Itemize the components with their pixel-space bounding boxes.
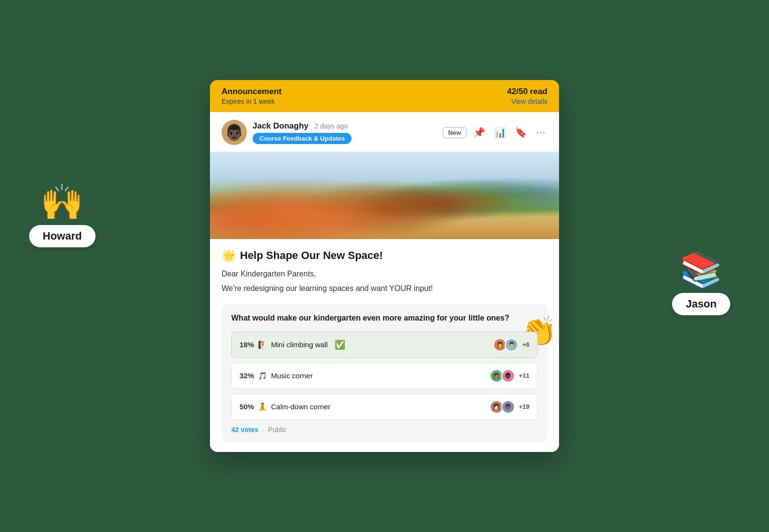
poll-option-3-label: 50% 🧘 Calm-down corner: [240, 403, 331, 411]
total-votes: 42 votes: [231, 426, 258, 434]
announcement-expires: Expires in 1 week: [222, 97, 282, 105]
poll-option-1-label: 18% 🧗 Mini climbing wall ✅: [240, 339, 345, 350]
voter-count-2: +11: [519, 372, 529, 379]
poll-option-2-emoji: 🎵: [258, 371, 267, 380]
post-author: 👨🏿 Jack Donaghy 2 days ago Course Feedba…: [222, 120, 352, 145]
author-name-line: Jack Donaghy 2 days ago: [253, 121, 352, 131]
announcement-right: 42/50 read View details: [507, 87, 547, 105]
howard-decoration: 🙌 Howard: [29, 184, 96, 247]
howard-name-badge: Howard: [29, 225, 96, 247]
jason-name-badge: Jason: [672, 293, 730, 315]
poll-option-3-emoji: 🧘: [258, 403, 267, 411]
more-icon[interactable]: ⋯: [534, 125, 547, 140]
poll-option-3-voters: 👩🏻 👨🏾 +19: [490, 400, 529, 414]
post-headline: 🌟 Help Shape Our New Space!: [222, 249, 547, 262]
pin-icon[interactable]: 📌: [471, 125, 487, 140]
post-content: 🌟 Help Shape Our New Space! Dear Kinderg…: [210, 239, 559, 451]
poll-option-1-voters: 👩 👨 +6: [493, 338, 529, 352]
poll-container: 👏 Lily What would make our kindergarten …: [222, 304, 547, 442]
main-post-card: Announcement Expires in 1 week 42/50 rea…: [210, 80, 559, 451]
post-header: 👨🏿 Jack Donaghy 2 days ago Course Feedba…: [210, 112, 559, 152]
poll-footer: 42 votes · Public: [231, 426, 538, 434]
poll-option-2-text: Music corner: [271, 371, 313, 380]
post-body-line2: We're redesigning our learning spaces an…: [222, 283, 547, 294]
chart-icon[interactable]: 📊: [492, 125, 508, 140]
books-icon: 📚: [679, 252, 723, 287]
voter-avatar-4: 👨🏿: [501, 369, 515, 383]
library-image: [210, 152, 559, 239]
hands-up-icon: 🙌: [40, 184, 84, 219]
voter-count-3: +19: [519, 403, 529, 410]
announcement-left: Announcement Expires in 1 week: [222, 87, 282, 105]
announcement-title: Announcement: [222, 87, 282, 97]
post-time: 2 days ago: [315, 122, 348, 130]
post-actions: New 📌 📊 🔖 ⋯: [443, 125, 547, 140]
poll-option-1-text: Mini climbing wall: [271, 340, 328, 349]
poll-option-3[interactable]: 50% 🧘 Calm-down corner 👩🏻 👨🏾 +19: [231, 394, 538, 420]
post-tag[interactable]: Course Feedback & Updates: [253, 133, 352, 144]
poll-option-1[interactable]: 18% 🧗 Mini climbing wall ✅ 👩 👨 +6: [231, 332, 538, 358]
headline-text: Help Shape Our New Space!: [240, 249, 383, 262]
author-info: Jack Donaghy 2 days ago Course Feedback …: [253, 121, 352, 144]
headline-emoji: 🌟: [222, 249, 236, 262]
poll-option-3-percent: 50%: [240, 403, 254, 411]
voter-count-1: +6: [522, 341, 529, 348]
poll-option-2-voters: 👩🏽 👨🏿 +11: [490, 369, 529, 383]
poll-question: What would make our kindergarten even mo…: [231, 313, 538, 323]
votes-separator: ·: [262, 426, 264, 434]
jason-decoration: 📚 Jason: [672, 252, 730, 315]
voter-avatar-2: 👨: [505, 338, 518, 352]
votes-visibility: Public: [268, 426, 287, 434]
check-icon: ✅: [335, 339, 345, 350]
author-name: Jack Donaghy: [253, 121, 308, 130]
poll-option-1-emoji: 🧗: [258, 340, 267, 349]
view-details-link[interactable]: View details: [507, 97, 547, 105]
post-body-line1: Dear Kindergarten Parents,: [222, 268, 547, 280]
new-badge: New: [443, 127, 466, 138]
read-count: 42/50 read: [507, 87, 547, 97]
poll-option-2[interactable]: 32% 🎵 Music corner 👩🏽 👨🏿 +11: [231, 363, 538, 389]
poll-option-2-percent: 32%: [240, 371, 254, 380]
voter-avatar-6: 👨🏾: [501, 400, 515, 414]
announcement-banner: Announcement Expires in 1 week 42/50 rea…: [210, 80, 559, 112]
poll-option-3-text: Calm-down corner: [271, 403, 331, 411]
bookmark-icon[interactable]: 🔖: [513, 125, 529, 140]
poll-option-2-label: 32% 🎵 Music corner: [240, 371, 313, 380]
avatar: 👨🏿: [222, 120, 247, 145]
poll-option-1-percent: 18%: [240, 340, 254, 349]
